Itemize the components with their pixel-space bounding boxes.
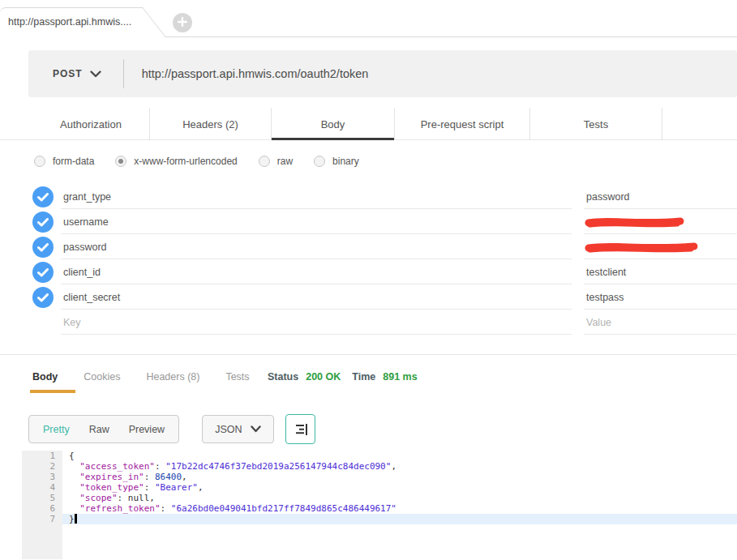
- radio-x-www-form-urlencoded-selected[interactable]: [115, 156, 126, 167]
- param-checkbox-checked[interactable]: [32, 287, 54, 308]
- request-tab-body[interactable]: Body: [272, 108, 395, 140]
- token-string: "17b22dc4746f37ebd2019a256147944c84dec09…: [165, 461, 391, 472]
- param-checkbox-checked[interactable]: [32, 212, 54, 233]
- param-key-placeholder[interactable]: Key: [61, 310, 572, 335]
- param-row: username: [0, 210, 737, 235]
- param-key-input[interactable]: username: [61, 210, 572, 234]
- request-tab-tests[interactable]: Tests: [530, 108, 662, 140]
- status-value: 200 OK: [306, 371, 341, 383]
- method-label: POST: [53, 68, 83, 79]
- radio-raw[interactable]: [259, 156, 270, 167]
- request-tab-headers-2[interactable]: Headers (2): [150, 108, 272, 140]
- request-url-bar: POST http://passport.api.hmwis.com/oauth…: [28, 50, 737, 97]
- radio-form-data[interactable]: [34, 156, 45, 167]
- request-tab-title[interactable]: http://passport.api.hmwis....: [8, 16, 131, 28]
- param-value-input[interactable]: testpass: [584, 285, 737, 310]
- code-line: 4 "token_type": "Bearer",: [22, 482, 737, 493]
- code-line: 3 "expires_in": 86400,: [22, 472, 737, 482]
- param-checkbox-checked[interactable]: [32, 237, 54, 258]
- line-content: "scope": null,: [62, 493, 737, 503]
- time-label: Time: [352, 371, 375, 383]
- param-value-input[interactable]: [584, 210, 737, 234]
- param-value-placeholder[interactable]: Value: [584, 310, 737, 335]
- body-mode-raw[interactable]: raw: [259, 156, 293, 167]
- body-mode-label: form-data: [53, 156, 94, 167]
- app-window: http://passport.api.hmwis.... POST http:…: [0, 0, 737, 560]
- token-key: "access_token": [79, 461, 155, 472]
- response-tab-cookies[interactable]: Cookies: [84, 371, 120, 383]
- language-label: JSON: [215, 424, 242, 435]
- param-key-input[interactable]: password: [61, 235, 572, 259]
- plus-icon: [178, 15, 187, 30]
- token-string: "Bearer": [155, 482, 198, 493]
- line-number: 7: [22, 514, 62, 524]
- request-tabs: AuthorizationHeaders (2)BodyPre-request …: [32, 108, 662, 140]
- param-value-input[interactable]: password: [584, 185, 737, 209]
- response-tab-tests[interactable]: Tests: [225, 371, 249, 383]
- token-key: "refresh_token": [79, 503, 160, 514]
- format-code-button[interactable]: [285, 414, 315, 444]
- token-punct: ,: [149, 493, 155, 503]
- response-body-editor[interactable]: 1{2 "access_token": "17b22dc4746f37ebd20…: [22, 451, 737, 560]
- token-punct: {: [69, 451, 75, 461]
- response-tab-headers-8[interactable]: Headers (8): [146, 371, 199, 383]
- param-row: grant_typepassword: [0, 185, 737, 210]
- token-punct: :: [118, 493, 128, 503]
- param-checkbox-checked[interactable]: [32, 186, 54, 207]
- param-row: client_secrettestpass: [0, 285, 737, 310]
- param-row: password: [0, 235, 737, 260]
- body-mode-form-data[interactable]: form-data: [34, 156, 94, 167]
- line-number: 3: [22, 472, 62, 482]
- response-tab-body[interactable]: Body: [32, 371, 58, 383]
- param-checkbox-checked[interactable]: [32, 262, 54, 283]
- check-icon: [37, 268, 49, 277]
- view-mode-preview[interactable]: Preview: [119, 424, 174, 435]
- time-value: 891 ms: [383, 371, 417, 383]
- param-value-input[interactable]: testclient: [584, 260, 737, 284]
- line-content: "token_type": "Bearer",: [62, 482, 737, 493]
- check-icon: [37, 193, 49, 202]
- response-tabs: BodyCookiesHeaders (8)Tests: [32, 371, 276, 383]
- line-content: "access_token": "17b22dc4746f37ebd2019a2…: [62, 461, 737, 472]
- body-mode-x-www-form-urlencoded[interactable]: x-www-form-urlencoded: [115, 156, 237, 167]
- code-line: 6 "refresh_token": "6a26bd0e049041bfd217…: [22, 503, 737, 514]
- request-url-input[interactable]: http://passport.api.hmwis.com/oauth2/tok…: [142, 67, 369, 80]
- token-punct: :: [144, 472, 155, 482]
- token-key: "scope": [79, 493, 117, 503]
- check-icon: [37, 218, 49, 227]
- code-line: 2 "access_token": "17b22dc4746f37ebd2019…: [22, 461, 737, 472]
- body-mode-label: binary: [332, 156, 359, 167]
- code-line: 7}: [22, 514, 737, 524]
- urlencoded-params-table: grant_typepasswordusernamepasswordclient…: [0, 185, 737, 336]
- token-punct: :: [161, 503, 171, 514]
- param-key-input[interactable]: client_id: [61, 260, 572, 284]
- radio-binary[interactable]: [314, 156, 325, 167]
- token-punct: :: [144, 482, 155, 493]
- line-content: "refresh_token": "6a26bd0e049041bfd217ff…: [62, 503, 737, 514]
- language-dropdown[interactable]: JSON: [202, 415, 274, 443]
- view-mode-pretty[interactable]: Pretty: [33, 424, 79, 435]
- chevron-down-icon: [251, 425, 261, 433]
- status-label: Status: [268, 371, 298, 383]
- chevron-down-icon: [90, 71, 101, 78]
- line-content: }: [62, 514, 737, 524]
- url-bar-divider: [123, 59, 124, 88]
- body-mode-label: raw: [277, 156, 293, 167]
- tabbar-divider: [165, 36, 737, 37]
- request-tab-pre-request-script[interactable]: Pre-request script: [395, 108, 530, 140]
- request-tab-authorization[interactable]: Authorization: [32, 108, 150, 140]
- param-key-input[interactable]: client_secret: [61, 285, 572, 310]
- response-view-switcher: PrettyRawPreview: [28, 415, 179, 443]
- param-key-input[interactable]: grant_type: [61, 185, 572, 209]
- line-content: "expires_in": 86400,: [62, 472, 737, 482]
- check-icon: [37, 243, 49, 252]
- param-value-input[interactable]: [584, 235, 737, 259]
- method-dropdown[interactable]: POST: [53, 68, 101, 79]
- token-number: 86400: [155, 472, 182, 482]
- new-tab-button[interactable]: [173, 13, 192, 32]
- view-mode-raw[interactable]: Raw: [79, 424, 119, 435]
- token-punct: ,: [182, 472, 187, 482]
- line-number: 6: [22, 503, 62, 514]
- body-mode-binary[interactable]: binary: [314, 156, 359, 167]
- request-response-divider: [0, 354, 737, 355]
